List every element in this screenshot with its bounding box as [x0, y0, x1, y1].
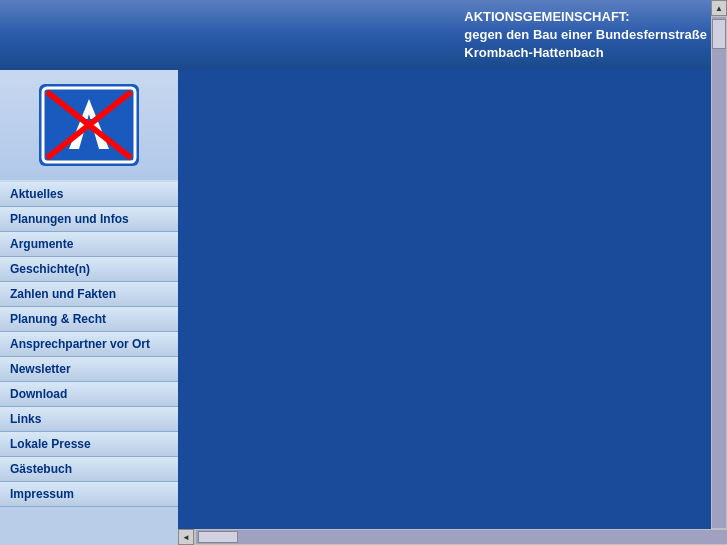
header-title-line3: Krombach-Hattenbach [464, 45, 603, 60]
scroll-track [712, 17, 726, 528]
nav-item-links[interactable]: Links [0, 407, 178, 432]
header-title: AKTIONSGEMEINSCHAFT: gegen den Bau einer… [464, 8, 707, 63]
logo-area [0, 70, 178, 180]
nav-item-planungen[interactable]: Planungen und Infos [0, 207, 178, 232]
scroll-thumb[interactable] [712, 19, 726, 49]
nav-menu: AktuellesPlanungen und InfosArgumenteGes… [0, 180, 178, 509]
content-area: ◄ ► [178, 70, 711, 545]
sidebar: AktuellesPlanungen und InfosArgumenteGes… [0, 70, 178, 545]
nav-item-argumente[interactable]: Argumente [0, 232, 178, 257]
nav-item-geschichten[interactable]: Geschichte(n) [0, 257, 178, 282]
hscroll-track [196, 530, 727, 544]
nav-item-zahlen[interactable]: Zahlen und Fakten [0, 282, 178, 307]
header: AKTIONSGEMEINSCHAFT: gegen den Bau einer… [0, 0, 727, 70]
highway-sign-icon [39, 84, 139, 166]
nav-item-impressum[interactable]: Impressum [0, 482, 178, 507]
scroll-left-button[interactable]: ◄ [178, 529, 194, 545]
hscroll-thumb[interactable] [198, 531, 238, 543]
nav-item-presse[interactable]: Lokale Presse [0, 432, 178, 457]
header-title-line1: AKTIONSGEMEINSCHAFT: [464, 9, 629, 24]
nav-item-ansprechpartner[interactable]: Ansprechpartner vor Ort [0, 332, 178, 357]
nav-item-aktuelles[interactable]: Aktuelles [0, 182, 178, 207]
nav-item-newsletter[interactable]: Newsletter [0, 357, 178, 382]
vertical-scrollbar[interactable]: ▲ ▼ [711, 0, 727, 545]
nav-item-gaestebuch[interactable]: Gästebuch [0, 457, 178, 482]
horizontal-scrollbar[interactable]: ◄ ► [178, 529, 727, 545]
nav-item-planung-recht[interactable]: Planung & Recht [0, 307, 178, 332]
header-title-line2: gegen den Bau einer Bundesfernstraße [464, 27, 707, 42]
scroll-up-button[interactable]: ▲ [711, 0, 727, 16]
nav-item-download[interactable]: Download [0, 382, 178, 407]
